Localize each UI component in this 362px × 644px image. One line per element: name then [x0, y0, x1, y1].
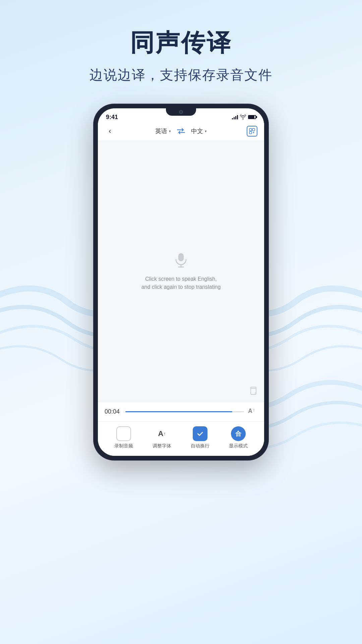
bottom-toolbar: 录制音频 A↑ 调整字体 自动换行	[98, 421, 264, 456]
phone-mockup: 9:41	[0, 104, 362, 460]
svg-rect-3	[178, 253, 184, 261]
adjust-font-icon[interactable]: A↑	[155, 426, 169, 441]
toolbar-item-record-audio[interactable]: 录制音频	[114, 426, 133, 449]
auto-wrap-checkbox[interactable]	[193, 426, 207, 441]
source-lang-arrow: ▾	[169, 129, 171, 133]
back-button[interactable]: ‹	[105, 126, 115, 137]
progress-area: 00:04 A ↑	[98, 402, 264, 421]
svg-rect-2	[249, 131, 252, 134]
microphone-icon	[173, 252, 189, 268]
progress-fill	[125, 411, 232, 412]
target-language[interactable]: 中文 ▾	[191, 127, 207, 135]
display-mode-icon[interactable]: 合	[231, 426, 246, 441]
svg-rect-6	[251, 388, 256, 394]
toolbar-item-auto-wrap[interactable]: 自动换行	[191, 426, 209, 449]
layout-button[interactable]	[247, 126, 257, 137]
auto-wrap-label: 自动换行	[191, 443, 209, 449]
phone-frame: 9:41	[94, 104, 268, 460]
status-time: 9:41	[106, 114, 118, 121]
header-section: 同声传译 边说边译，支持保存录音文件	[0, 0, 362, 98]
target-lang-arrow: ▾	[205, 129, 207, 133]
record-audio-checkbox[interactable]	[116, 426, 131, 441]
phone-notch	[166, 108, 196, 116]
svg-rect-1	[252, 128, 255, 131]
font-size-adjust-icon[interactable]: A ↑	[248, 407, 257, 417]
status-icons	[232, 115, 256, 119]
main-title: 同声传译	[0, 27, 362, 59]
copy-button[interactable]	[248, 386, 259, 396]
toolbar-item-display-mode[interactable]: 合 显示模式	[229, 426, 248, 449]
display-mode-label: 显示模式	[229, 443, 248, 449]
language-selector: 英语 ▾ 中文 ▾	[155, 127, 207, 135]
camera-dot	[179, 110, 183, 114]
adjust-font-label: 调整字体	[153, 443, 171, 449]
record-audio-label: 录制音频	[114, 443, 133, 449]
svg-text:↑: ↑	[253, 408, 255, 413]
translation-area[interactable]: Click screen to speak English, and click…	[98, 141, 264, 402]
recording-time: 00:04	[105, 408, 121, 415]
recording-progress-bar	[125, 411, 244, 412]
phone-inner: 9:41	[98, 108, 264, 456]
target-lang-label: 中文	[191, 127, 203, 135]
svg-text:A: A	[248, 408, 252, 414]
sub-title: 边说边译，支持保存录音文件	[0, 66, 362, 84]
svg-rect-0	[249, 128, 252, 131]
source-lang-label: 英语	[155, 127, 167, 135]
battery-icon	[248, 115, 256, 119]
signal-icon	[232, 115, 238, 119]
source-language[interactable]: 英语 ▾	[155, 127, 171, 135]
toolbar-item-adjust-font[interactable]: A↑ 调整字体	[153, 426, 171, 449]
swap-languages-button[interactable]	[176, 128, 186, 134]
wifi-icon	[240, 115, 246, 119]
instruction-text: Click screen to speak English, and click…	[141, 275, 221, 291]
app-nav-bar: ‹ 英语 ▾ 中文 ▾	[98, 123, 264, 141]
